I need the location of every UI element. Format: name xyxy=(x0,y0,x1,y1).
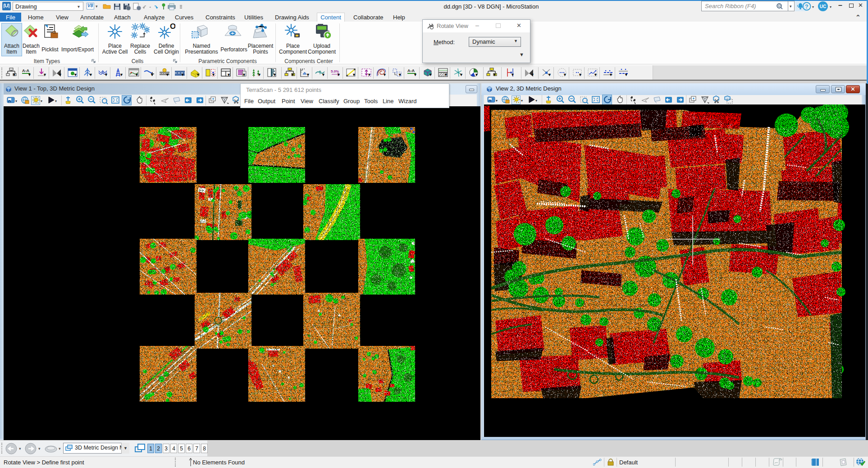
svg-text:i: i xyxy=(489,100,490,103)
svg-text:O: O xyxy=(170,23,175,31)
svg-text:?: ? xyxy=(805,4,808,10)
svg-text:UC: UC xyxy=(820,4,826,9)
svg-text:i: i xyxy=(9,100,9,103)
